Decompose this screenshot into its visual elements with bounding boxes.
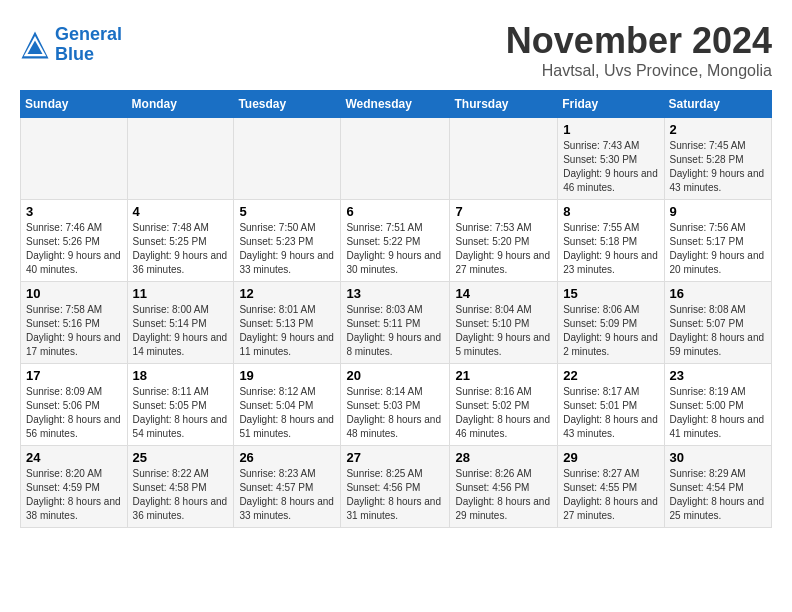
calendar-cell: 18Sunrise: 8:11 AMSunset: 5:05 PMDayligh… [127, 364, 234, 446]
day-number: 30 [670, 450, 766, 465]
day-number: 8 [563, 204, 658, 219]
logo-icon [20, 30, 50, 60]
calendar-cell: 27Sunrise: 8:25 AMSunset: 4:56 PMDayligh… [341, 446, 450, 528]
day-number: 25 [133, 450, 229, 465]
day-number: 29 [563, 450, 658, 465]
day-info: Sunrise: 7:58 AMSunset: 5:16 PMDaylight:… [26, 303, 122, 359]
day-info: Sunrise: 8:04 AMSunset: 5:10 PMDaylight:… [455, 303, 552, 359]
calendar-cell: 25Sunrise: 8:22 AMSunset: 4:58 PMDayligh… [127, 446, 234, 528]
day-number: 24 [26, 450, 122, 465]
calendar-header-row: SundayMondayTuesdayWednesdayThursdayFrid… [21, 91, 772, 118]
day-number: 5 [239, 204, 335, 219]
title-section: November 2024 Havtsal, Uvs Province, Mon… [506, 20, 772, 80]
calendar-cell: 28Sunrise: 8:26 AMSunset: 4:56 PMDayligh… [450, 446, 558, 528]
day-info: Sunrise: 8:26 AMSunset: 4:56 PMDaylight:… [455, 467, 552, 523]
weekday-header: Monday [127, 91, 234, 118]
day-number: 19 [239, 368, 335, 383]
weekday-header: Friday [558, 91, 664, 118]
day-number: 6 [346, 204, 444, 219]
calendar-cell: 8Sunrise: 7:55 AMSunset: 5:18 PMDaylight… [558, 200, 664, 282]
day-info: Sunrise: 8:01 AMSunset: 5:13 PMDaylight:… [239, 303, 335, 359]
calendar-cell: 2Sunrise: 7:45 AMSunset: 5:28 PMDaylight… [664, 118, 771, 200]
day-number: 23 [670, 368, 766, 383]
calendar-cell [234, 118, 341, 200]
day-number: 16 [670, 286, 766, 301]
calendar-cell: 5Sunrise: 7:50 AMSunset: 5:23 PMDaylight… [234, 200, 341, 282]
calendar-week-row: 17Sunrise: 8:09 AMSunset: 5:06 PMDayligh… [21, 364, 772, 446]
calendar-cell: 26Sunrise: 8:23 AMSunset: 4:57 PMDayligh… [234, 446, 341, 528]
logo-text: General Blue [55, 25, 122, 65]
calendar-cell: 12Sunrise: 8:01 AMSunset: 5:13 PMDayligh… [234, 282, 341, 364]
calendar-cell: 20Sunrise: 8:14 AMSunset: 5:03 PMDayligh… [341, 364, 450, 446]
day-info: Sunrise: 7:53 AMSunset: 5:20 PMDaylight:… [455, 221, 552, 277]
calendar-cell [450, 118, 558, 200]
day-info: Sunrise: 8:27 AMSunset: 4:55 PMDaylight:… [563, 467, 658, 523]
calendar-cell: 29Sunrise: 8:27 AMSunset: 4:55 PMDayligh… [558, 446, 664, 528]
day-number: 28 [455, 450, 552, 465]
day-info: Sunrise: 8:23 AMSunset: 4:57 PMDaylight:… [239, 467, 335, 523]
day-info: Sunrise: 8:03 AMSunset: 5:11 PMDaylight:… [346, 303, 444, 359]
day-info: Sunrise: 8:08 AMSunset: 5:07 PMDaylight:… [670, 303, 766, 359]
day-number: 14 [455, 286, 552, 301]
day-info: Sunrise: 8:29 AMSunset: 4:54 PMDaylight:… [670, 467, 766, 523]
day-number: 18 [133, 368, 229, 383]
day-number: 1 [563, 122, 658, 137]
page-header: General Blue November 2024 Havtsal, Uvs … [20, 20, 772, 80]
calendar-cell [127, 118, 234, 200]
calendar-cell: 19Sunrise: 8:12 AMSunset: 5:04 PMDayligh… [234, 364, 341, 446]
day-number: 27 [346, 450, 444, 465]
day-number: 26 [239, 450, 335, 465]
calendar-cell: 7Sunrise: 7:53 AMSunset: 5:20 PMDaylight… [450, 200, 558, 282]
day-info: Sunrise: 8:14 AMSunset: 5:03 PMDaylight:… [346, 385, 444, 441]
day-info: Sunrise: 7:46 AMSunset: 5:26 PMDaylight:… [26, 221, 122, 277]
day-info: Sunrise: 7:51 AMSunset: 5:22 PMDaylight:… [346, 221, 444, 277]
day-info: Sunrise: 7:50 AMSunset: 5:23 PMDaylight:… [239, 221, 335, 277]
calendar-week-row: 1Sunrise: 7:43 AMSunset: 5:30 PMDaylight… [21, 118, 772, 200]
calendar-cell: 10Sunrise: 7:58 AMSunset: 5:16 PMDayligh… [21, 282, 128, 364]
location: Havtsal, Uvs Province, Mongolia [506, 62, 772, 80]
month-title: November 2024 [506, 20, 772, 62]
calendar-cell: 21Sunrise: 8:16 AMSunset: 5:02 PMDayligh… [450, 364, 558, 446]
logo: General Blue [20, 25, 122, 65]
day-info: Sunrise: 8:22 AMSunset: 4:58 PMDaylight:… [133, 467, 229, 523]
calendar-table: SundayMondayTuesdayWednesdayThursdayFrid… [20, 90, 772, 528]
calendar-cell [341, 118, 450, 200]
calendar-cell: 6Sunrise: 7:51 AMSunset: 5:22 PMDaylight… [341, 200, 450, 282]
weekday-header: Sunday [21, 91, 128, 118]
weekday-header: Wednesday [341, 91, 450, 118]
day-info: Sunrise: 8:19 AMSunset: 5:00 PMDaylight:… [670, 385, 766, 441]
day-info: Sunrise: 8:06 AMSunset: 5:09 PMDaylight:… [563, 303, 658, 359]
calendar-cell: 4Sunrise: 7:48 AMSunset: 5:25 PMDaylight… [127, 200, 234, 282]
day-info: Sunrise: 8:11 AMSunset: 5:05 PMDaylight:… [133, 385, 229, 441]
calendar-cell: 30Sunrise: 8:29 AMSunset: 4:54 PMDayligh… [664, 446, 771, 528]
day-info: Sunrise: 8:20 AMSunset: 4:59 PMDaylight:… [26, 467, 122, 523]
calendar-cell: 1Sunrise: 7:43 AMSunset: 5:30 PMDaylight… [558, 118, 664, 200]
day-number: 7 [455, 204, 552, 219]
day-number: 22 [563, 368, 658, 383]
calendar-cell: 11Sunrise: 8:00 AMSunset: 5:14 PMDayligh… [127, 282, 234, 364]
day-number: 3 [26, 204, 122, 219]
day-number: 4 [133, 204, 229, 219]
day-info: Sunrise: 8:16 AMSunset: 5:02 PMDaylight:… [455, 385, 552, 441]
calendar-cell: 14Sunrise: 8:04 AMSunset: 5:10 PMDayligh… [450, 282, 558, 364]
calendar-cell [21, 118, 128, 200]
weekday-header: Tuesday [234, 91, 341, 118]
day-info: Sunrise: 7:56 AMSunset: 5:17 PMDaylight:… [670, 221, 766, 277]
calendar-cell: 24Sunrise: 8:20 AMSunset: 4:59 PMDayligh… [21, 446, 128, 528]
calendar-cell: 13Sunrise: 8:03 AMSunset: 5:11 PMDayligh… [341, 282, 450, 364]
day-number: 11 [133, 286, 229, 301]
calendar-cell: 22Sunrise: 8:17 AMSunset: 5:01 PMDayligh… [558, 364, 664, 446]
calendar-cell: 16Sunrise: 8:08 AMSunset: 5:07 PMDayligh… [664, 282, 771, 364]
day-info: Sunrise: 7:45 AMSunset: 5:28 PMDaylight:… [670, 139, 766, 195]
calendar-week-row: 24Sunrise: 8:20 AMSunset: 4:59 PMDayligh… [21, 446, 772, 528]
day-info: Sunrise: 8:17 AMSunset: 5:01 PMDaylight:… [563, 385, 658, 441]
calendar-cell: 3Sunrise: 7:46 AMSunset: 5:26 PMDaylight… [21, 200, 128, 282]
day-number: 20 [346, 368, 444, 383]
day-info: Sunrise: 7:48 AMSunset: 5:25 PMDaylight:… [133, 221, 229, 277]
day-number: 15 [563, 286, 658, 301]
calendar-cell: 23Sunrise: 8:19 AMSunset: 5:00 PMDayligh… [664, 364, 771, 446]
day-number: 13 [346, 286, 444, 301]
calendar-week-row: 10Sunrise: 7:58 AMSunset: 5:16 PMDayligh… [21, 282, 772, 364]
weekday-header: Saturday [664, 91, 771, 118]
day-number: 9 [670, 204, 766, 219]
